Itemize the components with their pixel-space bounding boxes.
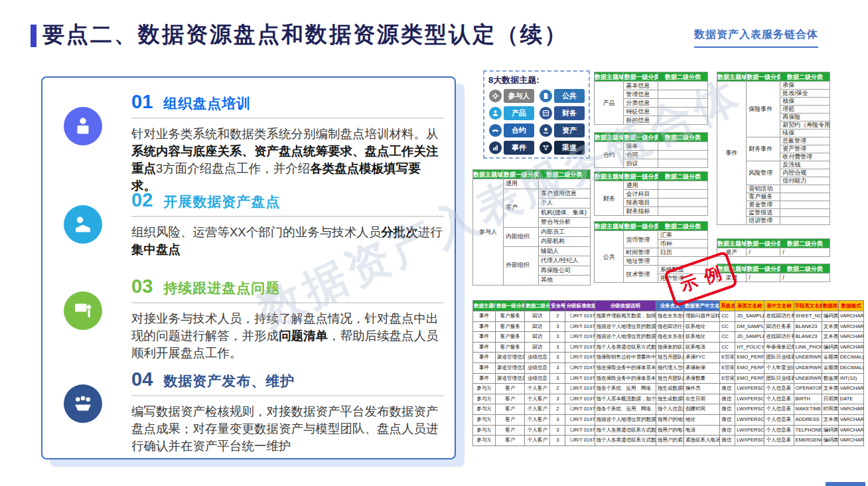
theme-pill-label: 渠道	[554, 141, 585, 155]
table-cell: 3	[550, 353, 565, 363]
table-cell: 参与方	[473, 394, 496, 404]
table-cell: 编码类	[822, 425, 838, 436]
level2-cell: 新契约（寿险专用）	[780, 121, 830, 129]
table-cell: 指保单的联系电话、	[656, 342, 684, 353]
column-header: 数据主题域	[473, 170, 504, 179]
table-cell: 微信	[720, 425, 735, 436]
column-header: 数据格式	[838, 301, 863, 311]
table-cell: VARCHAR2(11	[838, 436, 863, 446]
table-cell: 指在京东在线回访任	[656, 311, 684, 322]
table-cell: 微信	[720, 414, 735, 425]
theme-cell: 产品	[595, 82, 624, 125]
level2-cell: 其他	[539, 276, 591, 285]
table-cell: 事件	[473, 342, 496, 353]
level2-cell: 内控合规	[780, 169, 830, 177]
table-cell: 客户	[496, 414, 525, 425]
podium-icon	[64, 107, 102, 145]
level1-cell: 资金管理	[747, 201, 780, 209]
table-header-row: 数据主题域数据一级分类数据二级分类	[595, 172, 708, 181]
table-cell: 指用户的电话、	[656, 425, 684, 436]
title-accent-bar	[31, 25, 36, 47]
contract-classification-table: 数据主题域数据一级分类数据二级分类合约保单合同协议	[594, 132, 708, 168]
table-cell: LWXPERSONA	[735, 384, 764, 394]
column-header: 数据主题域	[595, 172, 624, 181]
column-header: 数据一级分类	[504, 170, 539, 179]
level1-cell: 客户服务	[747, 193, 780, 201]
column-header: 数据类型	[822, 301, 838, 311]
table-row: 参与人通用	[473, 179, 591, 189]
table-cell: 事件	[473, 321, 496, 332]
table-cell: 操作员	[684, 384, 720, 394]
theme-pill: 资产	[539, 123, 585, 137]
step-divider	[131, 216, 444, 217]
table-cell: 指个人基本概况数据，如个人姓名、性别、	[595, 394, 656, 404]
table-cell: 日期类	[822, 394, 838, 404]
level2-cell: 机构(团体、集体)	[539, 208, 591, 218]
level2-cell	[780, 217, 830, 225]
table-cell: 《JR/T 0197-202	[565, 353, 595, 363]
table-cell: 金额类	[822, 353, 838, 363]
level2-cell	[658, 99, 707, 108]
table-cell: 个人信息表	[764, 394, 794, 404]
step-divider	[131, 395, 444, 396]
column-header: 数据二级分类	[658, 133, 707, 142]
document-icon	[539, 89, 553, 103]
level1-cell: /	[747, 248, 780, 257]
table-cell: 事件	[473, 363, 496, 373]
theme-pill-label: 财务	[554, 106, 585, 120]
table-cell: 3	[550, 342, 565, 353]
level2-cell	[780, 201, 830, 209]
table-cell: 时间类	[822, 404, 838, 415]
level1-cell: 时间管理	[624, 248, 658, 257]
step-title: 组织盘点培训	[163, 94, 251, 113]
table-cell: LINK_PHONE	[794, 342, 822, 353]
table-row: 事件客户服务回访3《JR/T 0197-202指描述个人地理位置的数据，如所在国…	[473, 321, 864, 332]
table-cell: UNDERWRITE_	[794, 373, 822, 384]
table-cell: 个人年度业绩表	[764, 363, 794, 373]
table-cell: 个人信息表	[764, 384, 794, 394]
table-cell: 理赔问题件运转单号	[684, 311, 720, 322]
column-header: 数据一级分类	[496, 301, 525, 311]
person-icon	[488, 106, 502, 120]
level1-cell: 财务指标	[624, 207, 658, 216]
event-classification-table: 数据主题域数据一级分类数据二级分类事件保险事件承保批改/保全核保理赔再保险新契约…	[717, 72, 830, 225]
table-cell: 事件	[473, 353, 496, 363]
table-cell: DATE	[838, 394, 863, 404]
level2-cell: 理赔	[780, 106, 830, 114]
table-header-row: 数据主题域数据一级分类数据二级分类安全等级分级标准依据分级依据说明业务含义数据资…	[473, 301, 864, 311]
level1-cell: 协议	[624, 159, 658, 168]
table-cell: 指各个系统、应用、网络、机房设施、监控	[595, 404, 656, 415]
theme-pill: 财务	[539, 106, 585, 120]
table-cell: 个人信息表	[764, 414, 794, 425]
theme-pill-label: 参与人	[504, 89, 534, 103]
table-cell: DECIMAL(16,2	[838, 353, 863, 363]
table-cell: 客户服务	[496, 332, 525, 343]
page-title: 要点二、数据资源盘点和数据资源类型认定（续）	[42, 20, 568, 50]
table-cell: 渠道管理信息	[496, 373, 525, 384]
theme-pill: 事件	[488, 141, 534, 155]
table-cell: VARCHAR2(20	[838, 384, 863, 394]
table-cell: 回访任务表	[764, 321, 794, 332]
table-row: 事件客户服务回访2《JR/T 0197-202指案件理赔相关数据，如报案人、出险…	[473, 311, 864, 322]
table-cell: 金额类	[822, 363, 838, 373]
table-cell: 指在京东在线回访任	[656, 332, 684, 343]
column-header: 数据二级分类	[780, 264, 830, 274]
level2-cell: 整合与分析	[539, 218, 591, 228]
table-cell: EMO_PERFORM	[735, 353, 764, 363]
table-cell: UNDERWRITE_	[794, 353, 822, 363]
table-cell: CC	[720, 342, 735, 353]
level1-cell: 报表项目	[624, 199, 658, 207]
column-header: 数据主题域	[717, 72, 747, 82]
slide-page: 要点二、数据资源盘点和数据资源类型认定（续） 数据资产入表服务链合体 01组织盘…	[0, 0, 868, 486]
table-cell: 《JR/T 0197-202	[565, 373, 595, 384]
table-header-row: 数据主题域数据一级分类数据二级分类	[473, 170, 591, 179]
level2-cell	[658, 207, 707, 216]
step-content: 03持续跟进盘点问题对接业务与技术人员，持续了解盘点情况，针对盘点中出现的问题进…	[131, 276, 444, 362]
level2-cell: 汇率	[658, 231, 707, 240]
step-title: 持续跟进盘点问题	[163, 279, 280, 297]
column-header: 数据一级分类	[624, 172, 658, 181]
table-cell: E管家	[720, 353, 735, 363]
table-header-row: 数据主题域数据一级分类数据二级分类	[595, 72, 708, 82]
table-cell: 指案件理赔相关数据，如报案人、出险人、	[595, 311, 656, 322]
handshake-icon	[488, 123, 502, 137]
